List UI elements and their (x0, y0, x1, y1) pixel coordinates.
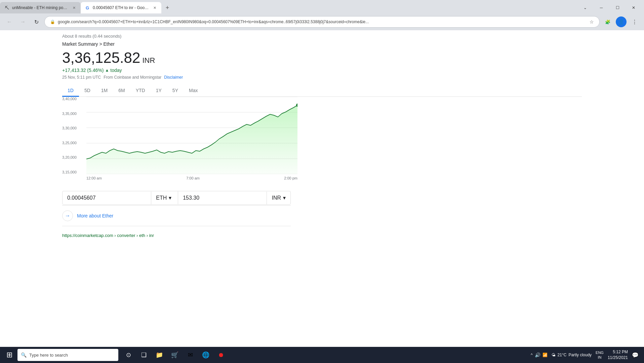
notification-button[interactable]: 💬 (632, 352, 639, 358)
price-currency: INR (142, 56, 155, 65)
time-tab-6m[interactable]: 6M (113, 85, 130, 97)
taskbar-right: ^ 🔊 📶 🌤 21°C Partly cloudy ENG IN 5:12 P… (531, 349, 641, 361)
clock-date: 11/25/2021 (608, 355, 628, 361)
more-about-link[interactable]: More about Ether (77, 213, 113, 218)
x-label-1: 7:00 am (186, 176, 200, 180)
inr-dropdown-icon: ▾ (283, 195, 286, 201)
y-label-2: 3,30,000 (62, 126, 86, 130)
chrome-icon: 🌐 (202, 351, 209, 359)
taskbar-app-store[interactable]: 🛒 (167, 348, 182, 362)
price-period: today (110, 68, 122, 73)
weather-widget[interactable]: 🌤 21°C Partly cloudy (552, 353, 592, 357)
time-tab-5y[interactable]: 5Y (167, 85, 184, 97)
close-button[interactable]: ✕ (626, 2, 641, 13)
refresh-button[interactable]: ↻ (31, 16, 42, 27)
taskbar-search[interactable]: 🔍 Type here to search (17, 349, 118, 361)
tab-2-favicon: G (85, 5, 90, 10)
inr-currency-label: INR (272, 195, 281, 201)
tab-bar: ⛏ unMineable - ETH mining pool ... ✕ G 0… (0, 0, 644, 13)
tab-1-favicon: ⛏ (4, 5, 9, 10)
y-label-5: 3,15,000 (62, 170, 86, 174)
forward-button[interactable]: → (17, 16, 28, 27)
price-value: 3,36,125.82 (62, 49, 140, 66)
system-clock[interactable]: 5:12 PM 11/25/2021 (608, 349, 628, 361)
price-meta: 25 Nov, 5:11 pm UTC From Coinbase and Mo… (62, 75, 582, 80)
system-tray: ^ 🔊 📶 (531, 352, 548, 358)
converter-widget: ETH ▾ 153.30 INR ▾ (62, 191, 291, 205)
price-chart: 3,40,000 3,35,000 3,30,000 3,25,000 3,20… (62, 97, 297, 184)
inr-currency-select[interactable]: INR ▾ (267, 191, 290, 204)
maximize-button[interactable]: ☐ (610, 2, 625, 13)
taskbar-app-record[interactable]: ⏺ (214, 348, 229, 362)
price-change-value: +17,413.32 (5.46%) (62, 68, 104, 73)
menu-button[interactable]: ⋮ (629, 16, 640, 27)
weather-condition: Partly cloudy (568, 353, 592, 357)
time-tab-max[interactable]: Max (184, 85, 203, 97)
chart-y-labels: 3,40,000 3,35,000 3,30,000 3,25,000 3,20… (62, 97, 86, 174)
y-label-0: 3,40,000 (62, 97, 86, 101)
price-date: 25 Nov, 5:11 pm UTC (62, 75, 101, 80)
price-source: From Coinbase and Morningstar (104, 75, 161, 80)
extensions-button[interactable]: 🧩 (602, 16, 613, 27)
language-indicator[interactable]: ENG IN (596, 350, 604, 360)
chevron-up-icon[interactable]: ^ (531, 353, 533, 357)
network-icon[interactable]: 📶 (542, 353, 548, 357)
taskbar-search-text: Type here to search (29, 353, 68, 358)
tab-2-close[interactable]: ✕ (152, 5, 157, 10)
browser-tab-2[interactable]: G 0.00045607 ETH to inr - Google ... ✕ (81, 2, 161, 13)
tab-dropdown-button[interactable]: ⌄ (577, 2, 593, 13)
taskbar-apps: ⊙ ❑ 📁 🛒 ✉ 🌐 ⏺ (121, 348, 229, 362)
window-controls: ⌄ ─ ☐ ✕ (577, 2, 644, 13)
time-tab-1m[interactable]: 1M (96, 85, 113, 97)
bookmark-icon[interactable]: ☆ (590, 19, 594, 25)
tab-1-close[interactable]: ✕ (71, 5, 77, 10)
time-tab-1y[interactable]: 1Y (151, 85, 167, 97)
market-summary-breadcrumb: Market Summary > Ether (62, 41, 582, 47)
eth-amount-input[interactable] (67, 195, 146, 201)
taskbar: ⊞ 🔍 Type here to search ⊙ ❑ 📁 🛒 ✉ 🌐 ⏺ ^ (0, 347, 644, 363)
taskbar-app-mail[interactable]: ✉ (183, 348, 198, 362)
start-button[interactable]: ⊞ (3, 348, 16, 362)
search-result-url: https://coinmarketcap.com › converter › … (62, 233, 582, 238)
y-label-1: 3,35,000 (62, 112, 86, 116)
new-tab-button[interactable]: + (163, 3, 172, 12)
widgets-icon: ❑ (141, 351, 147, 359)
coinmarketcap-url: https://coinmarketcap.com › converter › … (62, 233, 154, 238)
weather-icon: 🌤 (552, 353, 556, 357)
taskbar-app-view[interactable]: ⊙ (121, 348, 136, 362)
time-tabs: 1D 5D 1M 6M YTD 1Y 5Y Max (62, 85, 582, 97)
more-about-row: → More about Ether (62, 205, 291, 226)
price-display: 3,36,125.82 INR (62, 49, 582, 66)
price-change-arrow: ▲ (105, 68, 109, 73)
minimize-button[interactable]: ─ (594, 2, 609, 13)
time-tab-5d[interactable]: 5D (79, 85, 96, 97)
x-label-2: 2:00 pm (284, 176, 297, 180)
chart-x-labels: 12:00 am 7:00 am 2:00 pm (86, 175, 297, 184)
taskbar-app-explorer[interactable]: 📁 (152, 348, 167, 362)
address-bar[interactable]: 🔒 google.com/search?q=0.00045607+ETH+to+… (44, 16, 600, 28)
eth-currency-select[interactable]: ETH ▾ (151, 191, 178, 204)
store-icon: 🛒 (171, 351, 178, 359)
page-content: About 8 results (0.44 seconds) Market Su… (0, 30, 644, 347)
profile-button[interactable]: 👤 (616, 16, 627, 27)
tab-1-title: unMineable - ETH mining pool ... (12, 5, 69, 10)
volume-icon[interactable]: 🔊 (535, 352, 540, 358)
more-about-arrow[interactable]: → (62, 210, 73, 221)
results-count: About 8 results (0.44 seconds) (62, 30, 582, 41)
browser-tab-1[interactable]: ⛏ unMineable - ETH mining pool ... ✕ (0, 2, 81, 13)
lang-line2: IN (596, 355, 604, 360)
address-bar-row: ← → ↻ 🔒 google.com/search?q=0.00045607+E… (0, 13, 644, 30)
taskview-icon: ⊙ (126, 351, 131, 359)
tab-2-title: 0.00045607 ETH to inr - Google ... (93, 5, 149, 10)
back-button[interactable]: ← (4, 16, 15, 27)
start-icon: ⊞ (6, 351, 12, 359)
browser-chrome: ⛏ unMineable - ETH mining pool ... ✕ G 0… (0, 0, 644, 30)
disclaimer-link[interactable]: Disclaimer (164, 75, 183, 80)
lang-line1: ENG (596, 350, 604, 355)
price-change: +17,413.32 (5.46%) ▲ today (62, 68, 582, 73)
taskbar-app-widgets[interactable]: ❑ (136, 348, 151, 362)
weather-temp: 21°C (558, 353, 567, 357)
time-tab-ytd[interactable]: YTD (130, 85, 151, 97)
taskbar-app-chrome[interactable]: 🌐 (198, 348, 213, 362)
time-tab-1d[interactable]: 1D (62, 85, 79, 97)
